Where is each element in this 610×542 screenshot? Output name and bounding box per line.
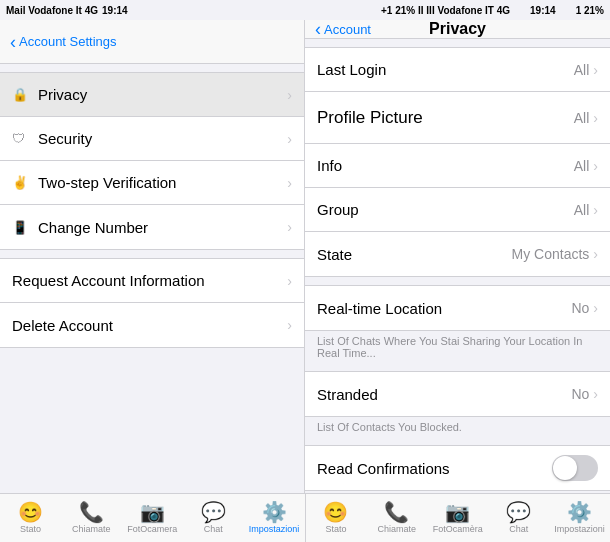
change-number-chevron-icon: › — [287, 219, 292, 235]
left-second-section: Request Account Information › Delete Acc… — [0, 258, 304, 348]
stato-right-icon: 😊 — [323, 502, 348, 522]
menu-item-security[interactable]: 🛡 Security › — [0, 117, 304, 161]
profile-picture-item[interactable]: Profile Picture All › — [305, 92, 610, 144]
time-center: 19:14 — [530, 5, 556, 16]
menu-item-privacy[interactable]: 🔒 Privacy › — [0, 73, 304, 117]
toggle-knob — [553, 456, 577, 480]
info-chevron-icon: › — [593, 158, 598, 174]
read-confirmations-section: Read Confirmations — [305, 445, 610, 491]
right-nav-back-label: Account — [324, 22, 371, 37]
stranded-chevron-icon: › — [593, 386, 598, 402]
tab-stato-right[interactable]: 😊 Stato — [306, 494, 367, 542]
realtime-location-chevron-icon: › — [593, 300, 598, 316]
delete-account-label: Delete Account — [12, 317, 287, 334]
read-confirmations-item[interactable]: Read Confirmations — [305, 446, 610, 490]
menu-item-delete-account[interactable]: Delete Account › — [0, 303, 304, 347]
impostazioni-left-icon: ⚙️ — [262, 502, 287, 522]
chiamate-left-icon: 📞 — [79, 502, 104, 522]
read-confirmations-label: Read Confirmations — [317, 460, 450, 477]
info-label: Info — [317, 157, 342, 174]
request-info-label: Request Account Information — [12, 272, 287, 289]
tab-impostazioni-left[interactable]: ⚙️ Impostazioni — [244, 494, 305, 542]
realtime-location-label: Real-time Location — [317, 300, 442, 317]
two-step-icon: ✌ — [12, 175, 30, 190]
two-step-label: Two-step Verification — [38, 174, 287, 191]
menu-item-change-number[interactable]: 📱 Change Number › — [0, 205, 304, 249]
left-panel: ‹ Account Settings 🔒 Privacy › 🛡 Securit… — [0, 20, 305, 493]
tab-impostazioni-right[interactable]: ⚙️ Impostazioni — [549, 494, 610, 542]
tab-bar: 😊 Stato 📞 Chiamate 📷 FotOcamera 💬 Chat ⚙… — [0, 493, 610, 542]
chat-right-icon: 💬 — [506, 502, 531, 522]
impostazioni-right-icon: ⚙️ — [567, 502, 592, 522]
tab-stato-left[interactable]: 😊 Stato — [0, 494, 61, 542]
time-left: 19:14 — [102, 5, 128, 16]
info-value: All — [574, 158, 590, 174]
stranded-value: No — [571, 386, 589, 402]
group-item[interactable]: Group All › — [305, 188, 610, 232]
fotocamera-right-icon: 📷 — [445, 502, 470, 522]
info-item[interactable]: Info All › — [305, 144, 610, 188]
battery-right: 1 21% — [576, 5, 604, 16]
profile-picture-label: Profile Picture — [317, 108, 423, 128]
chiamate-right-label: Chiamate — [378, 524, 417, 534]
last-login-item[interactable]: Last Login All › — [305, 48, 610, 92]
group-value: All — [574, 202, 590, 218]
menu-item-two-step[interactable]: ✌ Two-step Verification › — [0, 161, 304, 205]
security-chevron-icon: › — [287, 131, 292, 147]
left-nav-bar: ‹ Account Settings — [0, 20, 304, 64]
last-login-value: All — [574, 62, 590, 78]
fotocamera-left-label: FotOcamera — [127, 524, 177, 534]
privacy-label: Privacy — [38, 86, 287, 103]
right-panel: ‹ Account Privacy Last Login All › Profi… — [305, 20, 610, 493]
state-chevron-icon: › — [593, 246, 598, 262]
read-confirmations-toggle[interactable] — [552, 455, 598, 481]
realtime-location-value: No — [571, 300, 589, 316]
left-nav-back[interactable]: ‹ Account Settings — [10, 33, 117, 51]
tab-fotocamera-right[interactable]: 📷 FotOcamèra — [427, 494, 488, 542]
tab-chiamate-left[interactable]: 📞 Chiamate — [61, 494, 122, 542]
tab-chiamate-right[interactable]: 📞 Chiamate — [366, 494, 427, 542]
security-label: Security — [38, 130, 287, 147]
group-label: Group — [317, 201, 359, 218]
state-value: My Contacts — [512, 246, 590, 262]
stranded-desc: List Of Contacts You Blocked. — [305, 417, 610, 441]
stranded-label: Stranded — [317, 386, 378, 403]
chiamate-left-label: Chiamate — [72, 524, 111, 534]
privacy-list: Last Login All › Profile Picture All › I… — [305, 47, 610, 277]
stranded-item[interactable]: Stranded No › — [305, 372, 610, 416]
chat-left-icon: 💬 — [201, 502, 226, 522]
delete-account-chevron-icon: › — [287, 317, 292, 333]
tab-chat-right[interactable]: 💬 Chat — [488, 494, 549, 542]
impostazioni-left-label: Impostazioni — [249, 524, 300, 534]
right-nav-bar: ‹ Account Privacy — [305, 20, 610, 39]
stato-left-label: Stato — [20, 524, 41, 534]
chat-right-label: Chat — [509, 524, 528, 534]
security-icon: 🛡 — [12, 131, 30, 146]
right-back-arrow-icon: ‹ — [315, 20, 321, 38]
stato-right-label: Stato — [325, 524, 346, 534]
last-login-chevron-icon: › — [593, 62, 598, 78]
left-back-arrow-icon: ‹ — [10, 33, 16, 51]
left-nav-back-label: Account Settings — [19, 34, 117, 49]
tab-chat-left[interactable]: 💬 Chat — [183, 494, 244, 542]
profile-picture-value: All — [574, 110, 590, 126]
realtime-location-item[interactable]: Real-time Location No › — [305, 286, 610, 330]
right-tab-bar: 😊 Stato 📞 Chiamate 📷 FotOcamèra 💬 Chat ⚙… — [306, 494, 611, 542]
stato-left-icon: 😊 — [18, 502, 43, 522]
right-nav-title: Privacy — [429, 20, 486, 38]
chiamate-right-icon: 📞 — [384, 502, 409, 522]
left-tab-bar: 😊 Stato 📞 Chiamate 📷 FotOcamera 💬 Chat ⚙… — [0, 494, 305, 542]
menu-item-request-info[interactable]: Request Account Information › — [0, 259, 304, 303]
impostazioni-right-label: Impostazioni — [554, 524, 605, 534]
stranded-section: Stranded No › — [305, 371, 610, 417]
fotocamera-right-label: FotOcamèra — [433, 524, 483, 534]
state-item[interactable]: State My Contacts › — [305, 232, 610, 276]
right-nav-back[interactable]: ‹ Account — [315, 20, 371, 38]
request-info-chevron-icon: › — [287, 273, 292, 289]
change-number-label: Change Number — [38, 219, 287, 236]
carrier-center: +1 21% II III Vodafone IT 4G — [381, 5, 510, 16]
carrier-left: Mail Vodafone It 4G — [6, 5, 98, 16]
tab-fotocamera-left[interactable]: 📷 FotOcamera — [122, 494, 183, 542]
realtime-location-section: Real-time Location No › — [305, 285, 610, 331]
realtime-location-desc: List Of Chats Where You Stai Sharing You… — [305, 331, 610, 367]
